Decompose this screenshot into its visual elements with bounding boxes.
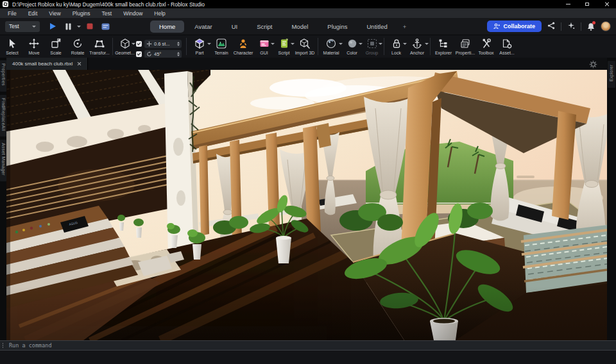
dock-tab-find-replace-all[interactable]: FindReplaceAll	[0, 95, 6, 136]
menu-file[interactable]: File	[2, 10, 22, 17]
title-bar: D:\Project Roblox ku ky\Map Dugem\400k s…	[0, 0, 616, 8]
tool-part[interactable]: Part	[189, 37, 210, 58]
viewport-settings-button[interactable]	[589, 60, 597, 71]
dock-tab-asset-manager[interactable]: Asset Manager	[0, 140, 6, 181]
tool-geometry[interactable]: Geomet...	[115, 37, 135, 58]
tool-label: Material	[323, 51, 339, 55]
add-tab-button[interactable]: +	[398, 21, 412, 33]
dock-tab-label: FindReplaceAll	[0, 98, 6, 131]
tool-gui[interactable]: GUI	[254, 37, 274, 58]
window-title: D:\Project Roblox ku ky\Map Dugem\400k s…	[12, 1, 205, 8]
menu-help[interactable]: Help	[148, 10, 171, 17]
right-dock-strip: Explorer	[607, 58, 616, 340]
maximize-button[interactable]	[578, 0, 597, 8]
command-bar-drag-handle[interactable]	[0, 343, 6, 348]
collaborate-button[interactable]: Collaborate	[487, 21, 542, 32]
tool-label: Toolbox	[478, 51, 493, 55]
viewport-3d[interactable]: ASUS	[6, 70, 607, 340]
tool-rotate[interactable]: Rotate	[67, 37, 89, 58]
menu-test[interactable]: Test	[96, 10, 118, 17]
tool-select[interactable]: Select	[1, 37, 23, 58]
tool-color[interactable]: Color	[342, 37, 362, 58]
tool-label: Script	[278, 51, 290, 55]
tool-character[interactable]: Character	[232, 37, 254, 58]
tool-toolbox[interactable]: Toolbox	[476, 37, 496, 58]
tool-label: Import 3D	[295, 51, 315, 55]
tool-label: Transfor...	[89, 51, 109, 55]
tool-label: Group	[366, 51, 378, 55]
toolbar-divider	[112, 38, 113, 55]
tool-label: Terrain	[214, 51, 228, 55]
chevron-down-icon[interactable]	[132, 43, 135, 45]
test-mode-dropdown[interactable]: Test	[5, 21, 40, 32]
command-input[interactable]	[6, 342, 616, 349]
menu-view[interactable]: View	[43, 10, 66, 17]
tab-script[interactable]: Script	[248, 21, 281, 33]
ribbon-divider	[581, 22, 581, 31]
stepper-down-icon	[177, 54, 180, 56]
stepper-down-icon	[177, 44, 180, 46]
stop-button[interactable]	[83, 21, 96, 32]
pause-options-chevron-icon[interactable]	[77, 26, 81, 28]
maximize-icon	[585, 3, 589, 6]
tool-transform[interactable]: Transfor...	[89, 37, 110, 58]
tool-asset-manager[interactable]: Asset...	[496, 37, 518, 58]
tool-material[interactable]: Material	[320, 37, 342, 58]
tab-untitled[interactable]: Untitled	[357, 21, 396, 33]
pause-button[interactable]	[62, 21, 74, 32]
tab-plugins[interactable]: Plugins	[318, 21, 356, 33]
assistant-button[interactable]	[567, 21, 575, 32]
rotate-snap-checkbox[interactable]	[136, 51, 142, 57]
tool-import-3d[interactable]: Import 3D	[294, 37, 316, 58]
close-tab-icon[interactable]	[77, 62, 81, 66]
dock-tab-properties[interactable]: Properties	[0, 60, 6, 92]
minimize-button[interactable]	[558, 0, 578, 8]
tool-properties[interactable]: Properti...	[454, 37, 476, 58]
rotate-snap-stepper[interactable]	[177, 52, 180, 57]
stepper-up-icon	[177, 52, 180, 54]
document-tab-bar: 400k small beach club.rbxl	[6, 58, 607, 70]
tab-home[interactable]: Home	[150, 21, 184, 33]
share-button[interactable]	[547, 21, 555, 32]
tool-explorer[interactable]: Explorer	[432, 37, 454, 58]
tool-anchor[interactable]: Anchor	[406, 37, 428, 58]
move-snap-field[interactable]: 0.6 st...	[144, 40, 182, 48]
ribbon-bar: Test Home Avatar UI Script Model Plugins…	[0, 18, 616, 35]
select-icon	[6, 37, 18, 50]
team-test-button[interactable]	[99, 21, 112, 32]
chevron-down-icon	[379, 43, 382, 45]
toolgroup-edit: Material Color Group	[320, 35, 382, 58]
move-snap-checkbox[interactable]	[136, 41, 142, 47]
tool-terrain[interactable]: Terrain	[210, 37, 232, 58]
tool-script[interactable]: Script	[274, 37, 294, 58]
chevron-down-icon[interactable]	[425, 43, 429, 45]
menu-window[interactable]: Window	[117, 10, 148, 17]
tool-label: Select	[6, 51, 18, 55]
tool-lock[interactable]: Lock	[386, 37, 406, 58]
ribbon-tabs: Home Avatar UI Script Model Plugins Unti…	[150, 21, 411, 33]
import-3d-icon	[299, 37, 311, 50]
script-icon	[278, 37, 290, 50]
close-button[interactable]	[597, 0, 616, 8]
notification-badge	[592, 21, 595, 24]
tool-label: Character	[234, 51, 253, 55]
sparkle-icon	[567, 22, 575, 29]
tool-label: Move	[28, 51, 39, 55]
tool-move[interactable]: Move	[23, 37, 45, 58]
tool-scale[interactable]: Scale	[45, 37, 67, 58]
menu-edit[interactable]: Edit	[22, 10, 44, 17]
notifications-button[interactable]	[587, 22, 595, 31]
user-avatar[interactable]	[601, 21, 611, 31]
tab-avatar[interactable]: Avatar	[185, 21, 221, 33]
terrain-icon	[216, 37, 227, 50]
play-button[interactable]	[46, 21, 59, 32]
tool-label: Asset...	[499, 51, 514, 55]
tab-ui[interactable]: UI	[223, 21, 247, 33]
move-snap-stepper[interactable]	[177, 42, 180, 47]
tab-model[interactable]: Model	[282, 21, 317, 33]
toolgroup-insert: Part Terrain Character GUI Script Import…	[189, 35, 316, 58]
document-tab[interactable]: 400k small beach club.rbxl	[6, 58, 88, 70]
menu-plugins[interactable]: Plugins	[67, 10, 96, 17]
dock-tab-explorer[interactable]: Explorer	[608, 61, 615, 88]
explorer-icon	[438, 37, 449, 50]
